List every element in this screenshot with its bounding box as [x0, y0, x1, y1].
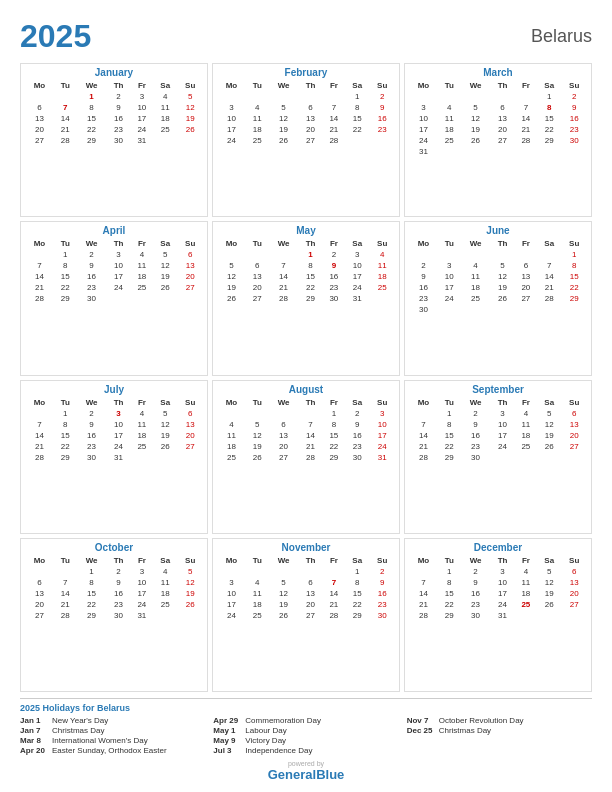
- cal-day: 19: [153, 271, 177, 282]
- cal-day: 18: [438, 124, 461, 135]
- cal-day: 5: [490, 260, 514, 271]
- cal-day: 25: [131, 282, 153, 293]
- holiday-col-1: Apr 29Commemoration DayMay 1Labour DayMa…: [213, 716, 398, 756]
- cal-day: 25: [131, 441, 153, 452]
- cal-day: 27: [25, 610, 54, 621]
- weekday-header: Sa: [153, 80, 177, 91]
- cal-day: 17: [409, 124, 438, 135]
- cal-day: 30: [106, 135, 130, 146]
- cal-day: [537, 249, 561, 260]
- cal-day: 24: [369, 441, 395, 452]
- cal-day: [561, 452, 587, 463]
- cal-day: 4: [153, 566, 177, 577]
- cal-day: 19: [269, 599, 299, 610]
- cal-day: 3: [217, 102, 246, 113]
- cal-day: 23: [369, 599, 395, 610]
- weekday-header: Fr: [515, 80, 537, 91]
- cal-day: 26: [461, 135, 491, 146]
- weekday-header: We: [461, 238, 491, 249]
- weekday-header: Th: [106, 555, 130, 566]
- cal-day: 24: [490, 441, 514, 452]
- cal-day: 11: [515, 577, 537, 588]
- cal-day: [269, 91, 299, 102]
- cal-day: 20: [490, 124, 514, 135]
- cal-day: [153, 135, 177, 146]
- cal-day: 16: [323, 271, 345, 282]
- cal-day: 11: [131, 419, 153, 430]
- month-block-november: NovemberMoTuWeThFrSaSu123456789101112131…: [212, 538, 400, 692]
- cal-day: 11: [438, 113, 461, 124]
- weekday-header: Su: [177, 80, 203, 91]
- cal-day: 22: [298, 282, 322, 293]
- cal-day: 12: [177, 102, 203, 113]
- cal-day: 29: [54, 452, 77, 463]
- cal-day: 16: [106, 588, 130, 599]
- cal-day: 14: [298, 430, 322, 441]
- page: 2025 Belarus JanuaryMoTuWeThFrSaSu123456…: [0, 0, 612, 792]
- cal-day: [561, 304, 587, 315]
- cal-day: 20: [561, 588, 587, 599]
- cal-day: 12: [269, 588, 299, 599]
- weekday-header: Tu: [246, 80, 269, 91]
- cal-day: 11: [246, 588, 269, 599]
- cal-day: 16: [369, 113, 395, 124]
- month-title: August: [217, 384, 395, 395]
- cal-day: 20: [25, 599, 54, 610]
- cal-day: 1: [438, 408, 461, 419]
- cal-day: 5: [153, 408, 177, 419]
- cal-table: MoTuWeThFrSaSu12345678910111213141516171…: [409, 555, 587, 621]
- cal-day: [298, 408, 322, 419]
- cal-day: 26: [269, 610, 299, 621]
- cal-day: 9: [369, 102, 395, 113]
- month-title: October: [25, 542, 203, 553]
- cal-day: 24: [131, 124, 153, 135]
- weekday-header: Su: [369, 238, 395, 249]
- cal-day: 19: [153, 430, 177, 441]
- cal-day: 9: [461, 577, 491, 588]
- cal-day: 2: [461, 566, 491, 577]
- month-block-october: OctoberMoTuWeThFrSaSu1234567891011121314…: [20, 538, 208, 692]
- cal-day: 1: [77, 566, 107, 577]
- cal-day: 12: [269, 113, 299, 124]
- cal-day: 1: [323, 408, 345, 419]
- cal-day: 10: [106, 260, 130, 271]
- cal-day: [461, 146, 491, 157]
- footer-brand: GeneralBlue: [20, 767, 592, 782]
- cal-table: MoTuWeThFrSaSu12345678910111213141516171…: [409, 238, 587, 315]
- cal-day: [131, 293, 153, 304]
- cal-day: 8: [438, 577, 461, 588]
- holiday-date: Jan 1: [20, 716, 48, 725]
- weekday-header: Tu: [438, 397, 461, 408]
- cal-day: 17: [131, 113, 153, 124]
- cal-day: [25, 566, 54, 577]
- cal-day: 29: [345, 610, 369, 621]
- cal-day: 22: [77, 124, 107, 135]
- holiday-name: Christmas Day: [52, 726, 104, 735]
- holiday-date: Mar 8: [20, 736, 48, 745]
- cal-day: 29: [298, 293, 322, 304]
- cal-day: 3: [438, 260, 461, 271]
- cal-day: 19: [461, 124, 491, 135]
- cal-day: 4: [131, 408, 153, 419]
- cal-day: 31: [131, 135, 153, 146]
- cal-day: 29: [561, 293, 587, 304]
- holiday-date: Apr 20: [20, 746, 48, 755]
- cal-day: 22: [323, 441, 345, 452]
- cal-day: 25: [153, 599, 177, 610]
- cal-day: 6: [490, 102, 514, 113]
- cal-day: 4: [153, 91, 177, 102]
- holiday-name: Independence Day: [245, 746, 312, 755]
- cal-day: 19: [537, 588, 561, 599]
- cal-day: 16: [461, 430, 491, 441]
- cal-day: 26: [153, 282, 177, 293]
- cal-day: 10: [369, 419, 395, 430]
- cal-day: [177, 610, 203, 621]
- cal-day: 12: [537, 577, 561, 588]
- cal-day: 31: [131, 610, 153, 621]
- brand-general: General: [268, 767, 316, 782]
- month-title: September: [409, 384, 587, 395]
- weekday-header: Mo: [217, 238, 246, 249]
- cal-day: 9: [561, 102, 587, 113]
- weekday-header: Sa: [345, 397, 369, 408]
- cal-day: 15: [438, 430, 461, 441]
